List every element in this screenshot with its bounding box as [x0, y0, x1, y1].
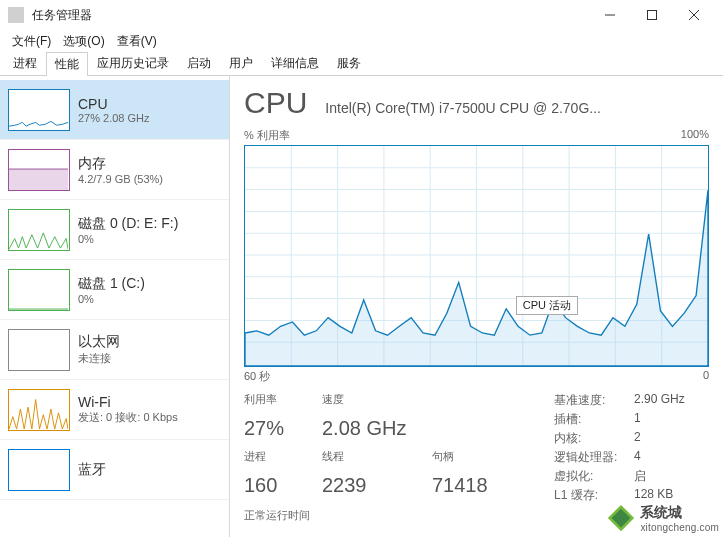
sidebar-item-value: 27% 2.08 GHz — [78, 112, 221, 124]
memory-thumbnail — [8, 149, 70, 191]
proc-value: 160 — [244, 474, 322, 505]
sidebar-item-bluetooth[interactable]: 蓝牙 — [0, 440, 229, 500]
tab-performance[interactable]: 性能 — [46, 52, 88, 76]
proc-label: 进程 — [244, 449, 322, 472]
chart-x-right: 0 — [703, 369, 709, 384]
sidebar-item-disk1[interactable]: 磁盘 1 (C:) 0% — [0, 260, 229, 320]
cpu-thumbnail — [8, 89, 70, 131]
sidebar-item-label: 以太网 — [78, 333, 221, 351]
watermark: 系统城 xitongcheng.com — [606, 503, 719, 533]
tab-users[interactable]: 用户 — [220, 51, 262, 75]
util-value: 27% — [244, 417, 322, 448]
sidebar-item-wifi[interactable]: Wi-Fi 发送: 0 接收: 0 Kbps — [0, 380, 229, 440]
stats-left: 利用率 速度 27% 2.08 GHz 进程 线程 句柄 160 2239 71… — [244, 392, 530, 504]
sockets-value: 1 — [634, 411, 685, 428]
chart-y-labels: % 利用率 100% — [244, 128, 709, 143]
tab-apphistory[interactable]: 应用历史记录 — [88, 51, 178, 75]
sidebar-item-cpu[interactable]: CPU 27% 2.08 GHz — [0, 80, 229, 140]
titlebar: 任务管理器 — [0, 0, 723, 30]
base-value: 2.90 GHz — [634, 392, 685, 409]
maximize-button[interactable] — [631, 1, 673, 29]
speed-label: 速度 — [322, 392, 432, 415]
ethernet-thumbnail — [8, 329, 70, 371]
svg-rect-1 — [648, 11, 657, 20]
sidebar: CPU 27% 2.08 GHz 内存 4.2/7.9 GB (53%) 磁盘 … — [0, 76, 230, 537]
window-buttons — [589, 1, 715, 29]
menu-view[interactable]: 查看(V) — [111, 31, 163, 52]
handle-value: 71418 — [432, 474, 530, 505]
sidebar-item-label: 磁盘 0 (D: E: F:) — [78, 215, 221, 233]
l1-value: 128 KB — [634, 487, 685, 504]
main-pane: CPU Intel(R) Core(TM) i7-7500U CPU @ 2.7… — [230, 76, 723, 537]
sidebar-item-label: CPU — [78, 96, 221, 112]
stats-block: 利用率 速度 27% 2.08 GHz 进程 线程 句柄 160 2239 71… — [244, 392, 709, 504]
speed-value: 2.08 GHz — [322, 417, 432, 448]
chart-x-left: 60 秒 — [244, 369, 270, 384]
sidebar-item-label: 蓝牙 — [78, 461, 221, 479]
svg-rect-4 — [9, 169, 68, 190]
tab-startup[interactable]: 启动 — [178, 51, 220, 75]
sockets-label: 插槽: — [554, 411, 626, 428]
base-label: 基准速度: — [554, 392, 626, 409]
stats-right: 基准速度: 2.90 GHz 插槽: 1 内核: 2 逻辑处理器: 4 虚拟化:… — [554, 392, 685, 504]
sidebar-item-value: 0% — [78, 233, 221, 245]
virt-value: 启 — [634, 468, 685, 485]
menu-file[interactable]: 文件(F) — [6, 31, 57, 52]
l1-label: L1 缓存: — [554, 487, 626, 504]
bluetooth-thumbnail — [8, 449, 70, 491]
handle-label: 句柄 — [432, 449, 530, 472]
body: CPU 27% 2.08 GHz 内存 4.2/7.9 GB (53%) 磁盘 … — [0, 76, 723, 537]
tab-details[interactable]: 详细信息 — [262, 51, 328, 75]
close-button[interactable] — [673, 1, 715, 29]
sidebar-item-label: Wi-Fi — [78, 394, 221, 410]
tabbar: 进程 性能 应用历史记录 启动 用户 详细信息 服务 — [0, 52, 723, 76]
disk-thumbnail — [8, 269, 70, 311]
cpu-model: Intel(R) Core(TM) i7-7500U CPU @ 2.70G..… — [325, 100, 709, 116]
lprocs-value: 4 — [634, 449, 685, 466]
chart-x-labels: 60 秒 0 — [244, 369, 709, 384]
wifi-thumbnail — [8, 389, 70, 431]
sidebar-item-label: 内存 — [78, 155, 221, 173]
sidebar-item-label: 磁盘 1 (C:) — [78, 275, 221, 293]
watermark-logo-icon — [606, 503, 636, 533]
cores-label: 内核: — [554, 430, 626, 447]
lprocs-label: 逻辑处理器: — [554, 449, 626, 466]
chart-tooltip: CPU 活动 — [516, 296, 578, 315]
sidebar-item-value: 0% — [78, 293, 221, 305]
sidebar-item-value: 4.2/7.9 GB (53%) — [78, 173, 221, 185]
cpu-utilization-chart[interactable]: CPU 活动 — [244, 145, 709, 367]
sidebar-item-memory[interactable]: 内存 4.2/7.9 GB (53%) — [0, 140, 229, 200]
menubar: 文件(F) 选项(O) 查看(V) — [0, 30, 723, 52]
sidebar-item-value: 未连接 — [78, 351, 221, 366]
watermark-brand: 系统城 — [640, 504, 719, 522]
thread-label: 线程 — [322, 449, 432, 472]
disk-thumbnail — [8, 209, 70, 251]
chart-ymax: 100% — [681, 128, 709, 143]
main-header: CPU Intel(R) Core(TM) i7-7500U CPU @ 2.7… — [244, 86, 709, 120]
watermark-url: xitongcheng.com — [640, 522, 719, 533]
tab-processes[interactable]: 进程 — [4, 51, 46, 75]
app-icon — [8, 7, 24, 23]
util-label: 利用率 — [244, 392, 322, 415]
window-title: 任务管理器 — [32, 7, 589, 24]
thread-value: 2239 — [322, 474, 432, 505]
minimize-button[interactable] — [589, 1, 631, 29]
cores-value: 2 — [634, 430, 685, 447]
tab-services[interactable]: 服务 — [328, 51, 370, 75]
page-title: CPU — [244, 86, 307, 120]
virt-label: 虚拟化: — [554, 468, 626, 485]
menu-options[interactable]: 选项(O) — [57, 31, 110, 52]
sidebar-item-value: 发送: 0 接收: 0 Kbps — [78, 410, 221, 425]
chart-ylabel: % 利用率 — [244, 128, 290, 143]
sidebar-item-disk0[interactable]: 磁盘 0 (D: E: F:) 0% — [0, 200, 229, 260]
sidebar-item-ethernet[interactable]: 以太网 未连接 — [0, 320, 229, 380]
